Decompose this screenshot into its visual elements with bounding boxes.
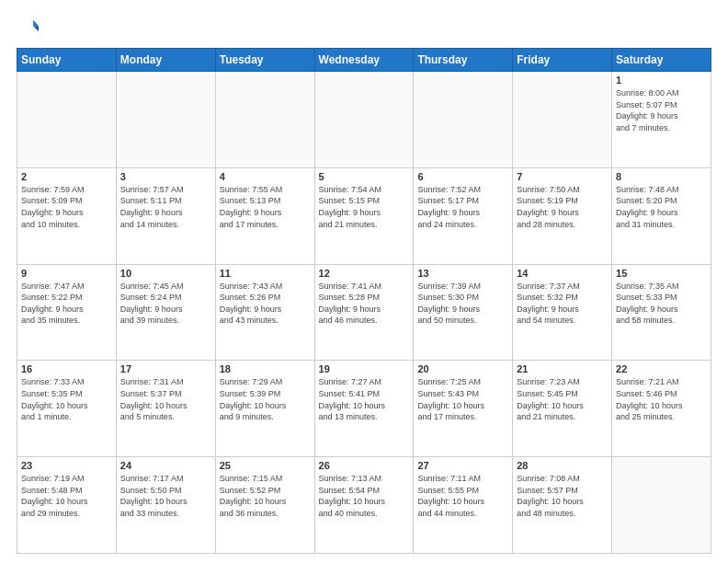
calendar-cell: 8Sunrise: 7:48 AM Sunset: 5:20 PM Daylig… <box>612 167 711 264</box>
day-number: 13 <box>417 268 508 279</box>
day-info: Sunrise: 7:21 AM Sunset: 5:46 PM Dayligh… <box>616 376 707 422</box>
day-info: Sunrise: 7:57 AM Sunset: 5:11 PM Dayligh… <box>120 184 211 230</box>
day-number: 18 <box>220 363 311 374</box>
calendar-week-4: 23Sunrise: 7:19 AM Sunset: 5:48 PM Dayli… <box>17 457 711 554</box>
calendar-cell: 3Sunrise: 7:57 AM Sunset: 5:11 PM Daylig… <box>116 167 215 264</box>
calendar-table: SundayMondayTuesdayWednesdayThursdayFrid… <box>17 48 711 554</box>
day-number: 25 <box>220 460 311 471</box>
day-number: 15 <box>616 268 707 279</box>
day-info: Sunrise: 7:54 AM Sunset: 5:15 PM Dayligh… <box>319 184 410 230</box>
calendar-cell: 7Sunrise: 7:50 AM Sunset: 5:19 PM Daylig… <box>513 167 612 264</box>
day-info: Sunrise: 7:45 AM Sunset: 5:24 PM Dayligh… <box>120 281 211 327</box>
calendar-cell: 17Sunrise: 7:31 AM Sunset: 5:37 PM Dayli… <box>116 361 215 457</box>
day-number: 26 <box>319 460 410 471</box>
day-number: 11 <box>220 268 311 279</box>
day-number: 9 <box>21 268 112 279</box>
day-number: 8 <box>616 171 707 182</box>
day-info: Sunrise: 7:55 AM Sunset: 5:13 PM Dayligh… <box>220 184 311 230</box>
calendar-cell: 15Sunrise: 7:35 AM Sunset: 5:33 PM Dayli… <box>612 264 711 361</box>
day-info: Sunrise: 7:39 AM Sunset: 5:30 PM Dayligh… <box>417 281 508 327</box>
day-info: Sunrise: 7:23 AM Sunset: 5:45 PM Dayligh… <box>517 376 608 422</box>
calendar-cell: 28Sunrise: 7:08 AM Sunset: 5:57 PM Dayli… <box>513 457 612 554</box>
calendar-cell: 19Sunrise: 7:27 AM Sunset: 5:41 PM Dayli… <box>314 361 414 457</box>
calendar-week-2: 9Sunrise: 7:47 AM Sunset: 5:22 PM Daylig… <box>17 264 711 361</box>
calendar-cell: 1Sunrise: 8:00 AM Sunset: 5:07 PM Daylig… <box>612 72 711 168</box>
day-info: Sunrise: 7:52 AM Sunset: 5:17 PM Dayligh… <box>417 184 508 230</box>
calendar-cell <box>414 72 513 168</box>
calendar-cell: 9Sunrise: 7:47 AM Sunset: 5:22 PM Daylig… <box>17 264 117 361</box>
day-number: 22 <box>616 363 707 374</box>
day-info: Sunrise: 7:17 AM Sunset: 5:50 PM Dayligh… <box>120 473 211 519</box>
day-info: Sunrise: 7:19 AM Sunset: 5:48 PM Dayligh… <box>21 473 112 519</box>
day-number: 3 <box>120 171 211 182</box>
calendar-cell <box>215 72 314 168</box>
calendar-col-tuesday: Tuesday <box>215 49 314 72</box>
calendar-cell: 20Sunrise: 7:25 AM Sunset: 5:43 PM Dayli… <box>414 361 513 457</box>
day-info: Sunrise: 7:25 AM Sunset: 5:43 PM Dayligh… <box>417 376 508 422</box>
day-number: 20 <box>417 363 508 374</box>
calendar-cell: 12Sunrise: 7:41 AM Sunset: 5:28 PM Dayli… <box>314 264 414 361</box>
calendar-week-1: 2Sunrise: 7:59 AM Sunset: 5:09 PM Daylig… <box>17 167 711 264</box>
logo-icon <box>18 17 39 37</box>
day-number: 1 <box>616 75 707 86</box>
day-info: Sunrise: 7:15 AM Sunset: 5:52 PM Dayligh… <box>220 473 311 519</box>
calendar-cell: 24Sunrise: 7:17 AM Sunset: 5:50 PM Dayli… <box>116 457 215 554</box>
calendar-cell <box>17 72 117 168</box>
calendar-week-3: 16Sunrise: 7:33 AM Sunset: 5:35 PM Dayli… <box>17 361 711 457</box>
calendar-cell: 2Sunrise: 7:59 AM Sunset: 5:09 PM Daylig… <box>17 167 117 264</box>
day-number: 4 <box>220 171 311 182</box>
day-info: Sunrise: 7:50 AM Sunset: 5:19 PM Dayligh… <box>517 184 608 230</box>
day-info: Sunrise: 7:31 AM Sunset: 5:37 PM Dayligh… <box>120 376 211 422</box>
day-info: Sunrise: 7:41 AM Sunset: 5:28 PM Dayligh… <box>319 281 410 327</box>
calendar-col-wednesday: Wednesday <box>314 49 414 72</box>
day-info: Sunrise: 7:29 AM Sunset: 5:39 PM Dayligh… <box>220 376 311 422</box>
calendar-cell: 6Sunrise: 7:52 AM Sunset: 5:17 PM Daylig… <box>414 167 513 264</box>
calendar-cell <box>513 72 612 168</box>
calendar-cell: 11Sunrise: 7:43 AM Sunset: 5:26 PM Dayli… <box>215 264 314 361</box>
header <box>17 17 711 40</box>
day-info: Sunrise: 7:13 AM Sunset: 5:54 PM Dayligh… <box>319 473 410 519</box>
svg-marker-1 <box>33 26 39 31</box>
day-number: 7 <box>517 171 608 182</box>
day-number: 17 <box>120 363 211 374</box>
day-info: Sunrise: 7:35 AM Sunset: 5:33 PM Dayligh… <box>616 281 707 327</box>
day-info: Sunrise: 7:08 AM Sunset: 5:57 PM Dayligh… <box>517 473 608 519</box>
logo <box>17 17 39 40</box>
day-info: Sunrise: 7:48 AM Sunset: 5:20 PM Dayligh… <box>616 184 707 230</box>
calendar-cell: 16Sunrise: 7:33 AM Sunset: 5:35 PM Dayli… <box>17 361 117 457</box>
day-info: Sunrise: 7:59 AM Sunset: 5:09 PM Dayligh… <box>21 184 112 230</box>
calendar-cell <box>116 72 215 168</box>
calendar-cell: 23Sunrise: 7:19 AM Sunset: 5:48 PM Dayli… <box>17 457 117 554</box>
calendar-cell: 25Sunrise: 7:15 AM Sunset: 5:52 PM Dayli… <box>215 457 314 554</box>
calendar-header-row: SundayMondayTuesdayWednesdayThursdayFrid… <box>17 49 711 72</box>
calendar-cell: 10Sunrise: 7:45 AM Sunset: 5:24 PM Dayli… <box>116 264 215 361</box>
calendar-col-saturday: Saturday <box>612 49 711 72</box>
day-number: 14 <box>517 268 608 279</box>
calendar-cell: 13Sunrise: 7:39 AM Sunset: 5:30 PM Dayli… <box>414 264 513 361</box>
day-info: Sunrise: 7:43 AM Sunset: 5:26 PM Dayligh… <box>220 281 311 327</box>
day-number: 2 <box>21 171 112 182</box>
calendar-cell <box>314 72 414 168</box>
calendar-col-friday: Friday <box>513 49 612 72</box>
calendar-cell: 5Sunrise: 7:54 AM Sunset: 5:15 PM Daylig… <box>314 167 414 264</box>
calendar-cell: 21Sunrise: 7:23 AM Sunset: 5:45 PM Dayli… <box>513 361 612 457</box>
day-number: 27 <box>417 460 508 471</box>
day-info: Sunrise: 7:27 AM Sunset: 5:41 PM Dayligh… <box>319 376 410 422</box>
day-number: 16 <box>21 363 112 374</box>
day-number: 19 <box>319 363 410 374</box>
day-info: Sunrise: 7:47 AM Sunset: 5:22 PM Dayligh… <box>21 281 112 327</box>
day-info: Sunrise: 8:00 AM Sunset: 5:07 PM Dayligh… <box>616 87 707 133</box>
day-number: 21 <box>517 363 608 374</box>
day-number: 23 <box>21 460 112 471</box>
calendar-cell <box>612 457 711 554</box>
calendar-cell: 27Sunrise: 7:11 AM Sunset: 5:55 PM Dayli… <box>414 457 513 554</box>
svg-marker-0 <box>33 20 39 27</box>
day-number: 24 <box>120 460 211 471</box>
calendar-week-0: 1Sunrise: 8:00 AM Sunset: 5:07 PM Daylig… <box>17 72 711 168</box>
calendar-col-monday: Monday <box>116 49 215 72</box>
day-number: 5 <box>319 171 410 182</box>
calendar-col-thursday: Thursday <box>414 49 513 72</box>
calendar-cell: 4Sunrise: 7:55 AM Sunset: 5:13 PM Daylig… <box>215 167 314 264</box>
calendar-cell: 14Sunrise: 7:37 AM Sunset: 5:32 PM Dayli… <box>513 264 612 361</box>
day-number: 6 <box>417 171 508 182</box>
